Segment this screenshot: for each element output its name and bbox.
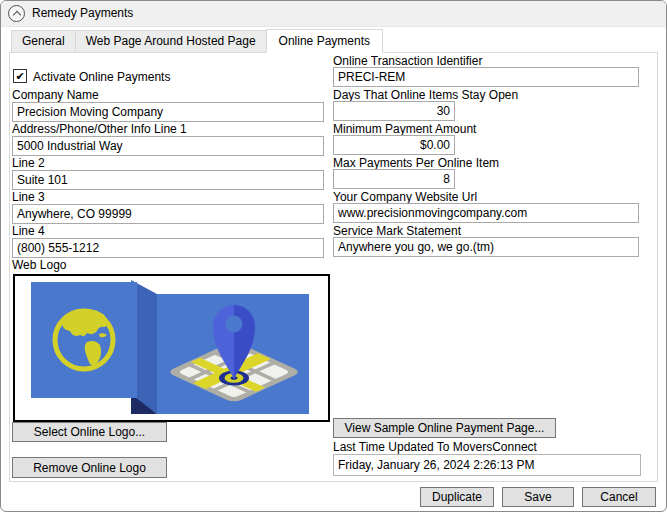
last-updated-field[interactable] [333, 454, 641, 476]
line3-label: Line 3 [12, 191, 45, 204]
globe-map-pin-logo-icon [15, 276, 328, 420]
save-button[interactable]: Save [502, 487, 574, 507]
days-open-input[interactable] [333, 101, 455, 121]
cancel-button[interactable]: Cancel [582, 487, 656, 507]
title-bar: Remedy Payments [1, 1, 666, 27]
max-payments-per-item-input[interactable] [333, 169, 455, 189]
web-logo-label: Web Logo [12, 259, 67, 272]
company-website-url-input[interactable] [333, 203, 639, 223]
line2-label: Line 2 [12, 157, 45, 170]
line4-label: Line 4 [12, 225, 45, 238]
chevron-up-icon [12, 11, 20, 19]
tab-web-page-around-hosted-page[interactable]: Web Page Around Hosted Page [75, 30, 267, 53]
activate-online-payments-label: Activate Online Payments [33, 70, 170, 84]
company-name-label: Company Name [12, 89, 99, 102]
last-updated-label: Last Time Updated To MoversConnect [333, 441, 537, 454]
tab-online-payments[interactable]: Online Payments [266, 29, 383, 53]
line3-input[interactable] [12, 204, 324, 224]
line2-input[interactable] [12, 170, 324, 190]
company-name-input[interactable] [12, 102, 324, 122]
address-line1-label: Address/Phone/Other Info Line 1 [12, 123, 187, 136]
remove-online-logo-button[interactable]: Remove Online Logo [12, 457, 167, 478]
minimum-payment-amount-input[interactable] [333, 135, 455, 155]
tab-strip: General Web Page Around Hosted Page Onli… [11, 30, 382, 53]
check-icon: ✔ [15, 70, 24, 82]
activate-online-payments-checkbox[interactable]: ✔ [13, 69, 27, 83]
dialog-title: Remedy Payments [32, 1, 133, 26]
tab-general[interactable]: General [11, 30, 76, 53]
online-transaction-identifier-input[interactable] [333, 67, 639, 87]
company-logo-image [13, 274, 330, 422]
line4-input[interactable] [12, 238, 324, 258]
service-mark-statement-input[interactable] [333, 237, 639, 257]
collapse-button[interactable] [8, 5, 25, 22]
duplicate-button[interactable]: Duplicate [420, 487, 494, 507]
select-online-logo-button[interactable]: Select Online Logo... [12, 422, 167, 442]
remedy-payments-dialog: Remedy Payments General Web Page Around … [0, 0, 667, 512]
view-sample-payment-page-button[interactable]: View Sample Online Payment Page... [333, 418, 556, 438]
address-line1-input[interactable] [12, 136, 324, 156]
